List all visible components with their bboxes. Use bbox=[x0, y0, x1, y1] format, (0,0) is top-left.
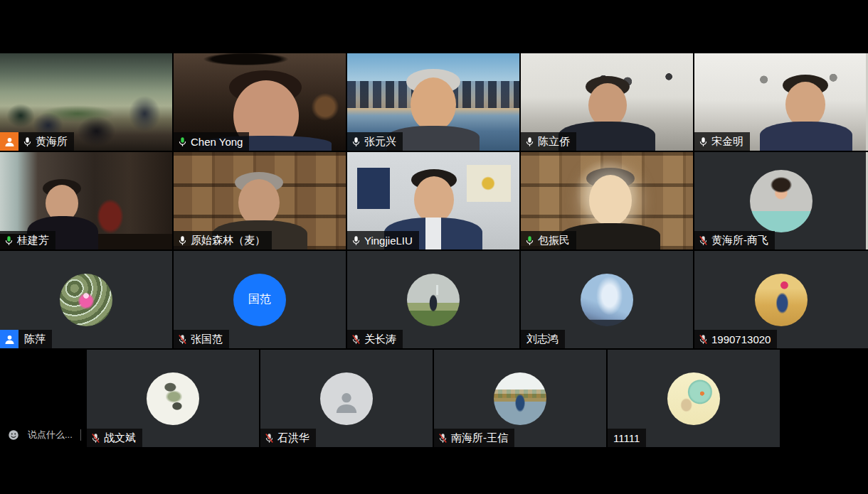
bottom-bar bbox=[0, 447, 868, 494]
participant-tile-huanghaisuo-shangfei[interactable]: 黄海所-商飞 bbox=[694, 152, 868, 249]
participant-name: YingjieLIU bbox=[364, 235, 413, 247]
participant-name: Chen Yong bbox=[191, 136, 243, 148]
participant-tile-chenping[interactable]: 陈萍 bbox=[0, 251, 172, 348]
mic-muted-icon bbox=[438, 433, 448, 444]
avatar-initials: 国范 bbox=[233, 274, 286, 326]
participant-tile-zhanwenbin[interactable]: 战文斌 bbox=[87, 350, 259, 447]
mic-muted-icon bbox=[177, 334, 188, 345]
top-bar bbox=[0, 0, 868, 53]
participant-tile-guanchangtao[interactable]: 关长涛 bbox=[347, 251, 519, 348]
mic-icon bbox=[351, 235, 361, 246]
participant-tile-yuanshisenlin[interactable]: 原始森林（麦） bbox=[174, 152, 346, 249]
participant-tile-shihonghua[interactable]: 石洪华 bbox=[260, 350, 433, 447]
mic-active-icon bbox=[524, 235, 535, 246]
meeting-gallery-view: 黄海所 Chen Yong 张元兴 陈立侨 宋金明 bbox=[0, 0, 868, 494]
avatar bbox=[667, 372, 720, 425]
participant-name: 南海所-王信 bbox=[451, 431, 508, 445]
participant-name: 陈萍 bbox=[24, 333, 46, 346]
participant-name: 黄海所 bbox=[36, 135, 68, 149]
avatar bbox=[147, 372, 199, 425]
participant-tile-liuzhihong[interactable]: 刘志鸿 bbox=[521, 251, 693, 348]
participant-name: 张国范 bbox=[191, 333, 223, 346]
participant-tile-songjinming[interactable]: 宋金明 bbox=[694, 53, 868, 151]
avatar bbox=[755, 274, 808, 326]
mic-muted-icon bbox=[90, 433, 101, 444]
mic-icon bbox=[22, 136, 33, 147]
avatar bbox=[60, 274, 112, 326]
participant-name: 黄海所-商飞 bbox=[711, 234, 768, 247]
participant-name: 宋金明 bbox=[711, 135, 743, 149]
participant-name: 张元兴 bbox=[364, 135, 396, 149]
participant-tile-nanhaisuo-wangxin[interactable]: 南海所-王信 bbox=[434, 350, 606, 447]
participant-tile-zhangyuanxing[interactable]: 张元兴 bbox=[347, 53, 519, 151]
participant-tile-guijianfang[interactable]: 桂建芳 bbox=[0, 152, 172, 249]
participant-name: 包振民 bbox=[538, 234, 570, 247]
participant-name: 11111 bbox=[613, 432, 640, 444]
mic-icon bbox=[698, 136, 709, 147]
participant-tile-chen-yong[interactable]: Chen Yong bbox=[174, 53, 346, 151]
self-badge-icon bbox=[0, 330, 18, 348]
participant-tile-baozhenmin[interactable]: 包振民 bbox=[521, 152, 693, 249]
avatar bbox=[581, 274, 633, 326]
participant-name: 刘志鸿 bbox=[526, 333, 559, 346]
mic-muted-icon bbox=[698, 334, 709, 345]
emoji-button[interactable] bbox=[7, 429, 20, 441]
chat-input[interactable]: 说点什么... bbox=[28, 429, 73, 441]
chat-quick-bar: 说点什么... bbox=[7, 425, 81, 445]
mic-muted-icon bbox=[351, 334, 361, 345]
participant-name: 关长涛 bbox=[364, 333, 396, 346]
divider bbox=[80, 429, 81, 441]
mic-muted-icon bbox=[264, 433, 275, 444]
participant-tile-1990713020[interactable]: 1990713020 bbox=[694, 251, 868, 348]
participant-tile-huanghaisuo[interactable]: 黄海所 bbox=[0, 53, 172, 151]
participant-name: 1990713020 bbox=[711, 333, 771, 345]
participant-name: 原始森林（麦） bbox=[191, 234, 265, 247]
mic-muted-icon bbox=[698, 235, 709, 246]
participant-name: 战文斌 bbox=[104, 431, 136, 445]
participant-tile-zhangguofan[interactable]: 国范 张国范 bbox=[174, 251, 346, 348]
avatar bbox=[407, 274, 460, 326]
participant-name: 石洪华 bbox=[277, 431, 309, 445]
participant-tile-chenliqiao-active-speaker[interactable]: 陈立侨 bbox=[521, 53, 693, 151]
avatar bbox=[750, 170, 813, 232]
participant-tile-11111[interactable]: 11111 bbox=[608, 350, 780, 447]
mic-icon bbox=[177, 235, 188, 246]
mic-icon bbox=[524, 136, 535, 147]
participant-name: 陈立侨 bbox=[538, 135, 570, 149]
host-badge-icon bbox=[0, 132, 18, 151]
participant-name: 桂建芳 bbox=[17, 234, 49, 247]
mic-active-icon bbox=[177, 136, 188, 147]
avatar-default-person-icon bbox=[320, 372, 373, 425]
avatar bbox=[494, 372, 546, 425]
participant-tile-yingjieliu[interactable]: YingjieLIU bbox=[347, 152, 519, 249]
mic-icon bbox=[351, 136, 361, 147]
mic-active-icon bbox=[4, 235, 14, 246]
